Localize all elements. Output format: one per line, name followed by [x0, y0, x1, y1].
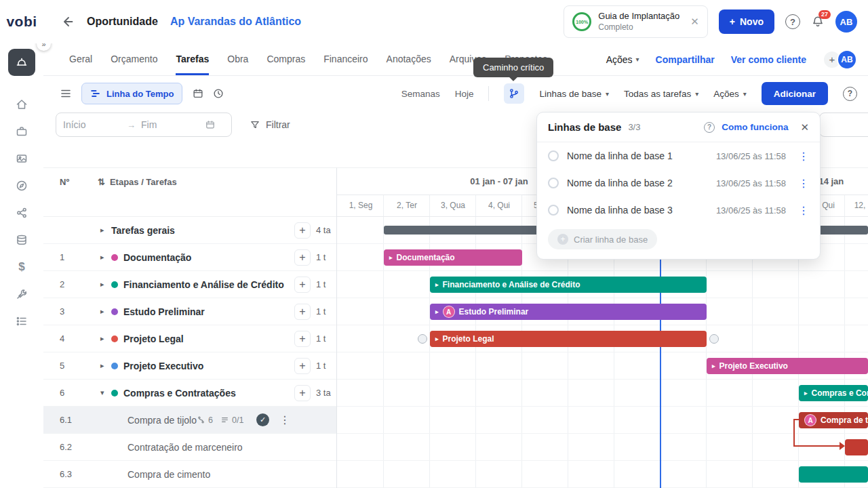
weeks-zoom-button[interactable]: Semanas [401, 89, 440, 99]
task-filter-dropdown[interactable]: Todas as tarefas ▾ [624, 89, 698, 99]
bar-drag-handle[interactable] [418, 334, 427, 344]
actions-menu[interactable]: Ações ▾ [606, 54, 639, 65]
sidebar-item-leads[interactable] [8, 199, 35, 226]
share-button[interactable]: Compartilhar [656, 54, 715, 65]
help-icon[interactable]: ? [785, 14, 800, 29]
gantt-bar-compra-tijolo[interactable]: A Compra de tijolo [799, 412, 868, 428]
add-task-button[interactable]: + [294, 249, 311, 266]
baseline-kebab-menu[interactable]: ⋮ [798, 204, 809, 217]
sidebar-item-explore[interactable] [8, 172, 35, 199]
tab-orcamento[interactable]: Orçamento [111, 43, 157, 75]
table-row[interactable]: 6.3 Compra de cimento [43, 461, 336, 488]
expand-caret-icon[interactable]: ▸ [100, 253, 111, 262]
column-name[interactable]: ⇅ Etapas / Tarefas [98, 168, 177, 187]
page-title[interactable]: Ap Varandas do Atlântico [170, 16, 301, 28]
dependencies-indicator[interactable]: 6 [197, 415, 213, 425]
how-it-works-link[interactable]: Como funciona [722, 122, 788, 132]
tab-tarefas[interactable]: Tarefas [176, 43, 209, 75]
row-kebab-menu[interactable]: ⋮ [279, 413, 290, 426]
checklist-indicator[interactable]: 0/1 [220, 415, 243, 425]
bar-drag-handle[interactable] [709, 334, 719, 344]
gantt-bar-contratacao-marceneiro[interactable] [845, 439, 868, 455]
search-input[interactable] [819, 113, 868, 137]
start-date-input[interactable] [63, 119, 121, 130]
expand-caret-icon[interactable]: ▸ [712, 363, 715, 369]
baseline-radio[interactable] [548, 205, 559, 216]
baseline-radio[interactable] [548, 178, 559, 188]
baseline-item[interactable]: Nome da linha de base 1 13/06/25 às 11:5… [537, 142, 820, 169]
critical-path-button[interactable] [504, 83, 524, 104]
sidebar-item-home[interactable] [8, 91, 35, 118]
toolbar-actions-dropdown[interactable]: Ações ▾ [713, 89, 747, 99]
add-task-button[interactable]: + [294, 385, 311, 401]
tab-geral[interactable]: Geral [69, 43, 92, 75]
add-task-button[interactable]: + [294, 304, 311, 320]
baseline-kebab-menu[interactable]: ⋮ [798, 150, 809, 163]
add-task-button[interactable]: + [294, 277, 311, 293]
view-as-client-button[interactable]: Ver como cliente [731, 54, 806, 65]
list-view-button[interactable] [56, 83, 76, 104]
sidebar-item-media[interactable] [8, 145, 35, 172]
sidebar-item-stock[interactable] [8, 226, 35, 253]
baselines-dropdown[interactable]: Linhas de base ▾ [539, 89, 609, 99]
baseline-kebab-menu[interactable]: ⋮ [798, 177, 809, 190]
add-task-button[interactable]: + [294, 358, 311, 374]
baseline-radio[interactable] [548, 150, 559, 161]
history-button[interactable] [208, 83, 229, 104]
gantt-bar-documentacao[interactable]: ▸ Documentação [384, 249, 522, 266]
expand-caret-icon[interactable]: ▸ [435, 281, 439, 288]
calendar-view-button[interactable] [188, 83, 208, 104]
implementation-guide-card[interactable]: 100% Guia de Implantação Completo ✕ [564, 5, 708, 38]
table-row[interactable]: 3 ▸ Estudo Preliminar + 1 t [43, 298, 336, 325]
baseline-item[interactable]: Nome da linha de base 3 13/06/25 às 11:5… [537, 197, 820, 224]
add-button[interactable]: Adicionar [762, 82, 828, 105]
tab-compras[interactable]: Compras [267, 43, 305, 75]
user-avatar[interactable]: AB [835, 11, 857, 33]
notifications-button[interactable]: 27 [811, 15, 825, 28]
date-range-picker[interactable]: → [56, 113, 232, 137]
sort-icon[interactable]: ⇅ [98, 177, 105, 187]
sidebar-item-finance[interactable]: $ [8, 253, 35, 281]
expand-caret-icon[interactable]: ▸ [100, 334, 111, 343]
today-button[interactable]: Hoje [455, 89, 474, 99]
timeline-view-button[interactable]: Linha do Tempo [81, 83, 182, 104]
expand-caret-icon[interactable]: ▸ [100, 307, 111, 316]
gantt-bar-compra-cimento[interactable] [799, 466, 868, 483]
table-row[interactable]: 6.2 Contratação de marceneiro [43, 434, 336, 461]
gantt-bar-projeto-legal[interactable]: ▸ Projeto Legal [430, 331, 707, 347]
collaborator-avatar[interactable]: AB [837, 49, 857, 70]
table-row[interactable]: 6 ▾ Compras e Contratações + 3 ta [43, 380, 336, 407]
baseline-item[interactable]: Nome da linha de base 2 13/06/25 às 11:5… [537, 169, 820, 197]
expand-caret-icon[interactable]: ▸ [100, 280, 111, 289]
expand-caret-icon[interactable]: ▸ [100, 361, 111, 370]
sidebar-item-services[interactable] [8, 281, 35, 308]
collapse-caret-icon[interactable]: ▾ [100, 388, 111, 397]
expand-caret-icon[interactable]: ▸ [435, 336, 439, 342]
gantt-bar-compras-contratacoes[interactable]: ▸ Compras e Contratações [799, 385, 868, 401]
tab-financeiro[interactable]: Financeiro [323, 43, 368, 75]
close-icon[interactable]: ✕ [800, 121, 809, 134]
expand-caret-icon[interactable]: ▸ [804, 390, 808, 396]
table-row[interactable]: 1 ▸ Documentação + 1 t [43, 244, 336, 271]
table-row[interactable]: 4 ▸ Projeto Legal + 1 t [43, 325, 336, 352]
tab-obra[interactable]: Obra [227, 43, 248, 75]
table-row[interactable]: 5 ▸ Projeto Executivo + 1 t [43, 352, 336, 380]
filter-button[interactable]: Filtrar [250, 119, 290, 130]
sidebar-item-project-active[interactable] [8, 49, 35, 76]
back-arrow-icon[interactable] [58, 12, 77, 31]
new-button[interactable]: + Novo [719, 9, 774, 34]
gantt-bar-projeto-executivo[interactable]: ▸ Projeto Executivo [707, 358, 868, 374]
tab-anotacoes[interactable]: Anotações [387, 43, 431, 75]
expand-caret-icon[interactable]: ▸ [100, 226, 111, 235]
close-icon[interactable]: ✕ [690, 16, 699, 28]
table-row-selected[interactable]: 6.1 Compra de tijolo 6 0/1 ✓ ⋮ [43, 407, 336, 434]
complete-task-toggle[interactable]: ✓ [256, 413, 269, 426]
create-baseline-button[interactable]: + Criar linha de base [548, 229, 657, 249]
table-row[interactable]: 2 ▸ Financiamento e Análise de Crédito +… [43, 271, 336, 298]
gantt-bar-estudo-preliminar[interactable]: ▸ A Estudo Preliminar [430, 304, 707, 320]
sidebar-item-projects[interactable] [8, 118, 35, 145]
expand-caret-icon[interactable]: ▸ [389, 254, 393, 261]
end-date-input[interactable] [141, 119, 199, 130]
expand-caret-icon[interactable]: ▸ [435, 308, 439, 315]
sidebar-item-tasks[interactable] [8, 308, 35, 335]
